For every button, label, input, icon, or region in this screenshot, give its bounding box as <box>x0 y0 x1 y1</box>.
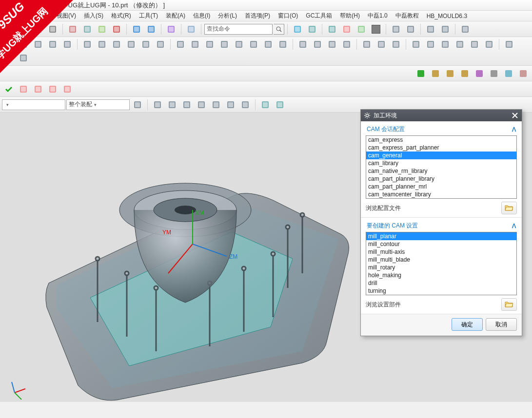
tool2b-2[interactable] <box>110 38 123 51</box>
tool2g-2[interactable] <box>17 52 30 64</box>
tool2-0[interactable] <box>2 38 15 51</box>
tool4-3[interactable] <box>61 83 74 95</box>
tool2b-0[interactable] <box>81 38 94 51</box>
browse-setup-button[interactable] <box>501 298 517 311</box>
tool2b-5[interactable] <box>154 38 167 51</box>
menu-item[interactable]: 工具(T) <box>136 11 161 21</box>
section-cam-config[interactable]: CAM 会话配置 ᐱ <box>366 123 517 135</box>
layers-button[interactable] <box>340 23 353 36</box>
color-swatch[interactable] <box>370 23 382 36</box>
verify-button[interactable] <box>2 83 15 95</box>
list-item[interactable]: mill_planar <box>366 232 516 240</box>
tool2b-1[interactable] <box>96 38 108 51</box>
menu-item[interactable]: 首选项(P) <box>242 11 273 21</box>
op-button[interactable] <box>404 23 417 36</box>
tool3-0[interactable] <box>414 67 427 80</box>
tool2-3[interactable] <box>46 38 59 51</box>
tool2f-1[interactable] <box>424 38 437 51</box>
sel-tool-4[interactable] <box>210 98 222 111</box>
tool2c-2[interactable] <box>203 38 216 51</box>
tool2e-1[interactable] <box>375 38 388 51</box>
search-command-input[interactable]: 查找命令 <box>204 24 273 35</box>
tool2f-4[interactable] <box>468 38 481 51</box>
list-item[interactable]: mill_multi_blade <box>366 256 516 264</box>
new-button[interactable] <box>2 23 15 36</box>
solid-button[interactable] <box>326 23 338 36</box>
tool3-3[interactable] <box>458 67 471 80</box>
menu-item[interactable]: 窗口(O) <box>275 11 301 21</box>
list-item[interactable]: mill_multi-axis <box>366 248 516 256</box>
menu-item[interactable]: HB_MOULD6.3 <box>424 12 470 20</box>
tool2d-2[interactable] <box>326 38 338 51</box>
menu-item[interactable]: 格式(R) <box>108 11 134 21</box>
tool3-5[interactable] <box>488 67 500 80</box>
list-item[interactable]: cam_library <box>366 159 516 167</box>
list-item[interactable]: cam_express_part_planner <box>366 144 516 152</box>
menu-item[interactable]: 装配(A) <box>163 11 188 21</box>
undo-button[interactable] <box>130 23 143 36</box>
tool2d-1[interactable] <box>311 38 324 51</box>
tool3-2[interactable] <box>444 67 456 80</box>
selection-filter-combo[interactable]: ▾ <box>2 99 65 110</box>
assembly-combo[interactable]: 整个装配▾ <box>66 99 130 110</box>
tool2e-2[interactable] <box>390 38 402 51</box>
tool2-4[interactable] <box>61 38 74 51</box>
menu-item[interactable]: 中磊1.0 <box>365 11 391 21</box>
sel-tool-5[interactable] <box>224 98 237 111</box>
cube2[interactable] <box>274 98 286 111</box>
tool2c-4[interactable] <box>233 38 245 51</box>
sel-tool-0[interactable] <box>151 98 164 111</box>
cube1[interactable] <box>259 98 272 111</box>
tool2g-0[interactable] <box>503 38 515 51</box>
tool3-6[interactable] <box>502 67 515 80</box>
tool2c-5[interactable] <box>247 38 260 51</box>
open-button[interactable] <box>17 23 30 36</box>
wcs-button[interactable] <box>355 23 368 36</box>
list-item[interactable]: cam_express <box>366 136 516 144</box>
setup-listbox[interactable]: mill_planarmill_contourmill_multi-axismi… <box>366 232 517 295</box>
list-item[interactable]: turning <box>366 287 516 295</box>
menu-item[interactable]: 帮助(H) <box>337 11 363 21</box>
section-cam-setup[interactable]: 要创建的 CAM 设置 ᐱ <box>366 220 517 232</box>
paste-button[interactable] <box>96 23 108 36</box>
dialog-header[interactable]: 加工环境 <box>361 110 522 121</box>
cancel-button[interactable]: 取消 <box>486 318 517 331</box>
feature-button[interactable] <box>390 23 402 36</box>
tool2e-0[interactable] <box>360 38 373 51</box>
properties-button[interactable] <box>165 23 177 36</box>
search-button[interactable] <box>274 24 284 35</box>
menu-item[interactable]: 中磊教程 <box>393 11 422 21</box>
axis-button[interactable] <box>439 23 452 36</box>
tool3-4[interactable] <box>473 67 486 80</box>
tool2-1[interactable] <box>17 38 30 51</box>
menu-item[interactable]: GC工具箱 <box>303 11 335 21</box>
tool2b-4[interactable] <box>139 38 152 51</box>
list-item[interactable]: mill_rotary <box>366 264 516 271</box>
list-item[interactable]: cam_general <box>366 152 516 159</box>
tool2f-0[interactable] <box>410 38 422 51</box>
tool2d-0[interactable] <box>296 38 309 51</box>
sel-tool-6[interactable] <box>239 98 252 111</box>
browse-config-button[interactable] <box>501 202 517 214</box>
command-button[interactable] <box>185 23 197 36</box>
redo-button[interactable] <box>145 23 158 36</box>
list-item[interactable]: cam_native_rm_library <box>366 167 516 175</box>
tool2g-1[interactable] <box>2 52 15 64</box>
filter-a[interactable] <box>131 98 144 111</box>
sel-tool-3[interactable] <box>195 98 208 111</box>
delete-button[interactable] <box>110 23 123 36</box>
extra-button[interactable] <box>459 23 472 36</box>
ok-button[interactable]: 确定 <box>452 318 483 331</box>
list-item[interactable]: cam_part_planner_mrl <box>366 183 516 190</box>
render-button[interactable] <box>306 23 318 36</box>
tool2c-0[interactable] <box>174 38 187 51</box>
tool2f-2[interactable] <box>439 38 452 51</box>
tool4-2[interactable] <box>46 83 59 95</box>
list-item[interactable]: drill <box>366 279 516 287</box>
fit-button[interactable] <box>291 23 304 36</box>
tool2c-7[interactable] <box>276 38 289 51</box>
cut-button[interactable] <box>66 23 79 36</box>
config-listbox[interactable]: cam_expresscam_express_part_plannercam_g… <box>366 135 517 199</box>
tool4-1[interactable] <box>32 83 44 95</box>
list-item[interactable]: cam_part_planner_library <box>366 175 516 183</box>
